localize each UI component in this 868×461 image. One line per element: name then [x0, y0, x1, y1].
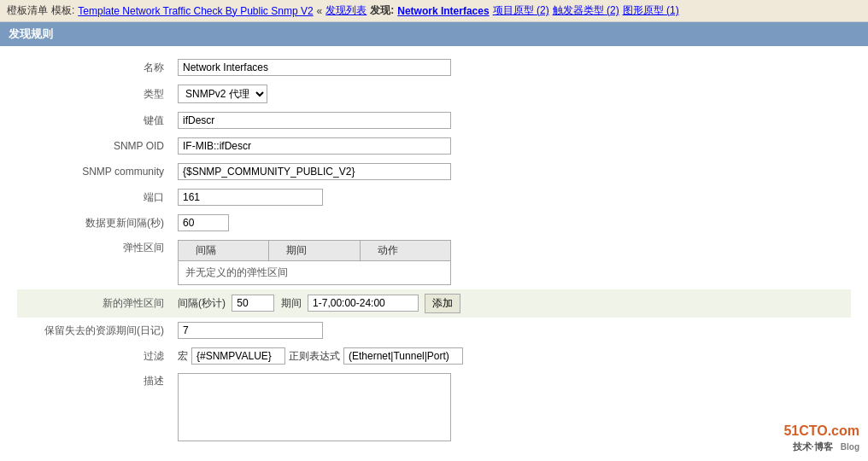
filter-macro-input[interactable]: [191, 347, 285, 365]
period-label: 期间: [281, 297, 302, 309]
elastic-zone-label: 弹性区间: [17, 236, 171, 289]
add-elastic-button[interactable]: 添加: [425, 294, 460, 313]
snmp-community-row: SNMP community: [17, 159, 851, 184]
elastic-no-data: 并无定义的的弹性区间: [179, 261, 451, 285]
refresh-value-cell: [171, 210, 851, 236]
snmp-oid-label: SNMP OID: [17, 133, 171, 159]
section-header: 发现规则: [0, 22, 868, 46]
content-area: 名称 类型 SNMPv2 代理 键值 SNMP OID: [0, 46, 868, 457]
watermark-line2: 技术·博客 Blog: [783, 441, 859, 452]
filter-label: 过滤: [17, 343, 171, 369]
graph-prototype-link[interactable]: 图形原型 (1): [623, 3, 679, 18]
discovery-prefix: 发现:: [370, 3, 394, 18]
filter-value-cell: 宏 正则表达式: [171, 343, 851, 369]
retain-input[interactable]: [178, 322, 323, 339]
retain-row: 保留失去的资源期间(日记): [17, 318, 851, 343]
snmp-oid-input[interactable]: [178, 137, 451, 155]
interval-label: 间隔(秒计): [178, 297, 226, 309]
name-input[interactable]: [178, 59, 451, 76]
filter-macro-label: 宏: [178, 349, 188, 364]
retain-label: 保留失去的资源期间(日记): [17, 318, 171, 343]
watermark: 51CTO.com 技术·博客 Blog: [783, 423, 859, 452]
refresh-input[interactable]: [178, 214, 229, 231]
key-label: 键值: [17, 108, 171, 133]
filter-controls: 宏 正则表达式: [178, 347, 844, 365]
key-input[interactable]: [178, 112, 451, 129]
snmp-community-label: SNMP community: [17, 159, 171, 184]
refresh-row: 数据更新间隔(秒): [17, 210, 851, 236]
trigger-prototype-link[interactable]: 触发器类型 (2): [553, 3, 619, 18]
snmp-oid-row: SNMP OID: [17, 133, 851, 159]
refresh-label: 数据更新间隔(秒): [17, 210, 171, 236]
port-label: 端口: [17, 184, 171, 210]
key-row: 键值: [17, 108, 851, 133]
elastic-zone-row: 弹性区间 间隔 期间 动作 并无定义的的弹性区间: [17, 236, 851, 289]
type-select[interactable]: SNMPv2 代理: [178, 85, 267, 103]
elastic-no-data-row: 并无定义的的弹性区间: [179, 261, 451, 285]
type-value-cell: SNMPv2 代理: [171, 80, 851, 108]
elastic-zone-value-cell: 间隔 期间 动作 并无定义的的弹性区间: [171, 236, 851, 289]
template-link[interactable]: Template Network Traffic Check By Public…: [78, 5, 313, 17]
separator1: «: [317, 5, 323, 17]
form-table: 名称 类型 SNMPv2 代理 键值 SNMP OID: [17, 55, 851, 448]
discovery-list-link[interactable]: 发现列表: [326, 3, 367, 18]
snmp-community-input[interactable]: [178, 163, 451, 180]
port-row: 端口: [17, 184, 851, 210]
discovery-link[interactable]: Network Interfaces: [397, 5, 489, 17]
interval-input[interactable]: [232, 295, 274, 312]
filter-row: 过滤 宏 正则表达式: [17, 343, 851, 369]
elastic-col-action: 动作: [360, 241, 450, 261]
new-elastic-label: 新的弹性区间: [17, 289, 171, 318]
filter-regex-input[interactable]: [343, 347, 463, 365]
item-prototype-link[interactable]: 项目原型 (2): [493, 3, 549, 18]
templates-label: 橙板清单: [7, 3, 48, 18]
watermark-tech: 技术·博客: [793, 441, 833, 452]
retain-value-cell: [171, 318, 851, 343]
new-elastic-value-cell: 间隔(秒计) 期间 添加: [171, 289, 851, 318]
template-prefix: 模板:: [51, 3, 74, 18]
elastic-col-interval: 间隔: [179, 241, 269, 261]
type-label: 类型: [17, 80, 171, 108]
key-value-cell: [171, 108, 851, 133]
top-nav: 橙板清单 模板: Template Network Traffic Check …: [0, 0, 868, 22]
elastic-col-period: 期间: [269, 241, 360, 261]
elastic-table-header: 间隔 期间 动作: [179, 241, 451, 261]
port-input[interactable]: [178, 189, 323, 206]
type-row: 类型 SNMPv2 代理: [17, 80, 851, 108]
name-row: 名称: [17, 55, 851, 80]
period-input[interactable]: [308, 295, 419, 312]
name-label: 名称: [17, 55, 171, 80]
filter-type-label: 正则表达式: [289, 349, 340, 364]
description-row: 描述: [17, 369, 851, 448]
description-value-cell: [171, 369, 851, 448]
new-elastic-row: 新的弹性区间 间隔(秒计) 期间 添加: [17, 289, 851, 318]
elastic-table: 间隔 期间 动作 并无定义的的弹性区间: [178, 240, 451, 285]
watermark-blog: Blog: [841, 442, 859, 452]
description-textarea[interactable]: [178, 373, 451, 441]
port-value-cell: [171, 184, 851, 210]
snmp-oid-value-cell: [171, 133, 851, 159]
name-value-cell: [171, 55, 851, 80]
watermark-line1: 51CTO.com: [783, 423, 859, 441]
description-label: 描述: [17, 369, 171, 448]
snmp-community-value-cell: [171, 159, 851, 184]
